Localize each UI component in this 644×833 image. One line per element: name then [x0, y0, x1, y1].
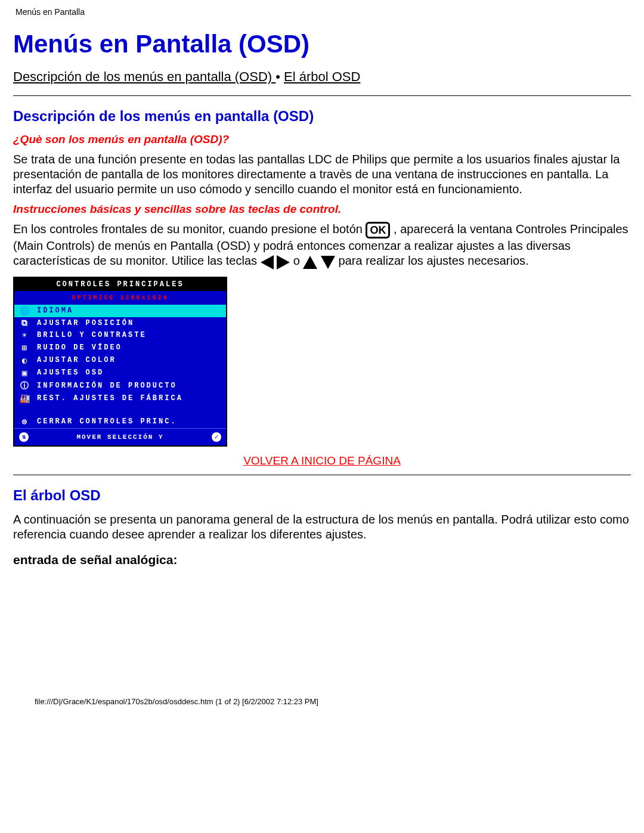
- menu-item-icon: ◐: [18, 355, 31, 366]
- menu-item-label: RUIDO DE VÍDEO: [31, 343, 122, 352]
- down-arrow-icon: [321, 254, 335, 269]
- menu-item-icon: 🏭: [18, 394, 31, 404]
- menu-item-label: AJUSTAR POSICIÓN: [31, 319, 134, 327]
- up-arrow-icon: [303, 254, 317, 269]
- question-what-is-osd: ¿Què son los menús en pantalla (OSD)?: [13, 133, 631, 146]
- nav-bullet: •: [275, 69, 280, 84]
- osd-footer-label: MOVER SELECCIÓN Y: [76, 433, 163, 441]
- osd-menu-item: ⧉AJUSTAR POSICIÓN: [14, 317, 226, 329]
- page-title: Menús en Pantalla (OSD): [13, 30, 631, 58]
- back-to-top-link[interactable]: VOLVER A INICIO DE PÁGINA: [243, 454, 401, 467]
- osd-menu-list: 🌐IDIOMA⧉AJUSTAR POSICIÓN☀BRILLO Y CONTRA…: [14, 305, 226, 405]
- footer-file-path: file:///D|/Grace/K1/espanol/170s2b/osd/o…: [0, 602, 644, 711]
- menu-item-label: AJUSTAR COLOR: [31, 356, 116, 364]
- menu-item-label: REST. AJUSTES DE FÁBRICA: [31, 394, 183, 402]
- subheading-analog-input: entrada de señal analógica:: [13, 553, 631, 567]
- menu-item-label: BRILLO Y CONTRASTE: [31, 331, 147, 339]
- osd-menu-item: ⊞RUIDO DE VÍDEO: [14, 342, 226, 354]
- osd-close-row: ⊗ CERRAR CONTROLES PRINC.: [14, 416, 226, 428]
- menu-item-label: INFORMACIÓN DE PRODUCTO: [31, 382, 177, 390]
- close-icon: ⊗: [18, 417, 31, 427]
- menu-item-label: AJUSTES OSD: [31, 368, 104, 377]
- osd-title: CONTROLES PRINCIPALES: [14, 278, 226, 291]
- divider: [13, 475, 631, 475]
- section-heading-description: Descripción de los menús en pantalla (OS…: [13, 108, 631, 125]
- paragraph-tree-intro: A continuación se presenta un panorama g…: [13, 512, 631, 542]
- menu-item-icon: ⓘ: [18, 380, 31, 391]
- osd-footer: ⇅ MOVER SELECCIÓN Y ✓: [14, 428, 226, 445]
- osd-menu-item: ▣AJUSTES OSD: [14, 367, 226, 379]
- osd-menu-item: ☀BRILLO Y CONTRASTE: [14, 329, 226, 342]
- back-to-top: VOLVER A INICIO DE PÁGINA: [13, 454, 631, 467]
- nav-link-tree[interactable]: El árbol OSD: [284, 69, 360, 84]
- question-basic-instructions: Instrucciones básicas y sencillas sobre …: [13, 203, 631, 216]
- menu-item-icon: ☀: [18, 330, 31, 340]
- osd-menu-item: 🌐IDIOMA: [14, 305, 226, 317]
- osd-panel-screenshot: CONTROLES PRINCIPALES OPTIMICE 1280x1024…: [13, 277, 227, 447]
- anchor-nav: Descripción de los menús en pantalla (OS…: [13, 69, 631, 85]
- text-segment: En los controles frontales de su monitor…: [13, 222, 366, 236]
- confirm-icon: ✓: [212, 432, 221, 442]
- osd-menu-item: ◐AJUSTAR COLOR: [14, 354, 226, 367]
- divider: [13, 95, 631, 96]
- menu-item-icon: 🌐: [18, 306, 31, 316]
- menu-item-icon: ▣: [18, 368, 31, 378]
- menu-item-icon: ⧉: [18, 318, 31, 328]
- paragraph-instructions: En los controles frontales de su monitor…: [13, 222, 631, 270]
- osd-optimize-line: OPTIMICE 1280x1024: [14, 291, 226, 305]
- move-selection-icon: ⇅: [19, 432, 29, 442]
- menu-item-icon: ⊞: [18, 343, 31, 353]
- osd-menu-item: 🏭REST. AJUSTES DE FÁBRICA: [14, 392, 226, 405]
- paragraph-what-is-osd: Se trata de una función presente en toda…: [13, 152, 631, 197]
- text-segment: para realizar los ajustes necesarios.: [339, 254, 529, 267]
- right-arrow-icon: [277, 254, 290, 270]
- main-content: Menús en Pantalla (OSD) Descripción de l…: [0, 30, 644, 602]
- page-header-small: Menús en Pantalla: [0, 0, 644, 19]
- left-arrow-icon: [261, 254, 274, 270]
- ok-button-icon: OK: [366, 222, 390, 239]
- nav-link-description[interactable]: Descripción de los menús en pantalla (OS…: [13, 69, 275, 84]
- menu-item-label: IDIOMA: [31, 306, 73, 315]
- osd-close-label: CERRAR CONTROLES PRINC.: [31, 417, 177, 426]
- osd-menu-item: ⓘINFORMACIÓN DE PRODUCTO: [14, 379, 226, 392]
- text-segment: o: [293, 254, 304, 267]
- section-heading-tree: El árbol OSD: [13, 487, 631, 504]
